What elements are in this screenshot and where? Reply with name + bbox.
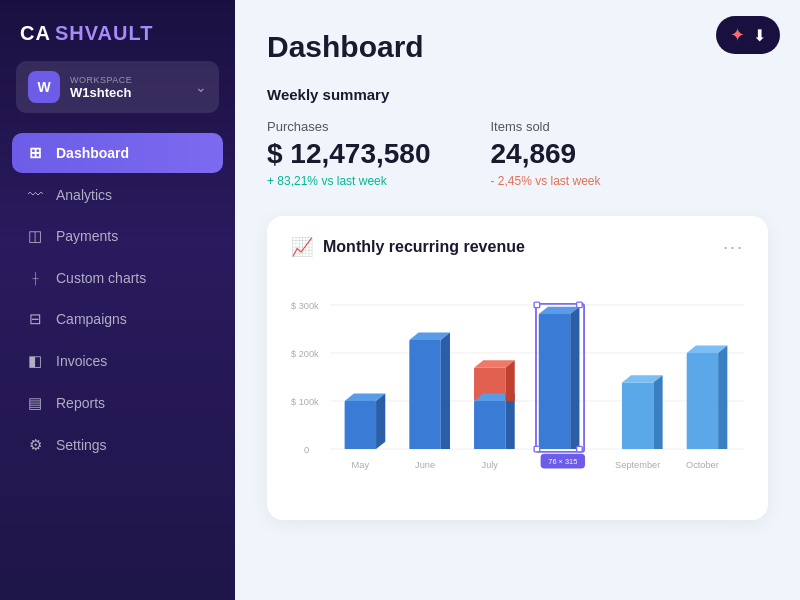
chart-menu-button[interactable]: ··· [723, 237, 744, 258]
svg-rect-6 [474, 401, 505, 449]
svg-marker-2 [376, 394, 385, 449]
chart-card: 📈 Monthly recurring revenue ··· $ 300k $… [267, 216, 768, 520]
sidebar-item-label: Invoices [56, 353, 107, 369]
svg-rect-0 [345, 401, 376, 449]
avatar: W [28, 71, 60, 103]
sidebar-item-settings[interactable]: ⚙ Settings [12, 425, 223, 465]
sidebar-item-campaigns[interactable]: ⊟ Campaigns [12, 299, 223, 339]
chevron-down-icon: ⌄ [195, 79, 207, 95]
y-label-200k: $ 200k [291, 349, 319, 359]
sidebar-item-label: Reports [56, 395, 105, 411]
reports-icon: ▤ [26, 394, 44, 412]
svg-rect-3 [409, 340, 440, 449]
x-label-may: May [352, 460, 370, 470]
sidebar-item-label: Settings [56, 437, 107, 453]
chart-header: 📈 Monthly recurring revenue ··· [291, 236, 744, 258]
workspace-label: WORKSPACE [70, 75, 185, 85]
stats-row: Purchases $ 12,473,580 + 83,21% vs last … [267, 119, 768, 188]
logo-text-ca: CA [20, 22, 51, 45]
sidebar: CASHVAULT W WORKSPACE W1shtech ⌄ ⊞ Dashb… [0, 0, 235, 600]
download-icon: ⬇ [753, 26, 766, 45]
x-label-june: June [415, 460, 435, 470]
dashboard-icon: ⊞ [26, 144, 44, 162]
toolbar-badge[interactable]: ✦ ⬇ [716, 16, 780, 54]
bar-june [409, 333, 450, 449]
svg-rect-21 [622, 383, 653, 450]
sidebar-item-label: Campaigns [56, 311, 127, 327]
chart-line-icon: 📈 [291, 236, 313, 258]
items-sold-value: 24,869 [491, 138, 601, 170]
svg-marker-10 [505, 394, 514, 449]
stat-items-sold: Items sold 24,869 - 2,45% vs last week [491, 119, 601, 188]
sidebar-item-label: Custom charts [56, 270, 146, 286]
sidebar-item-dashboard[interactable]: ⊞ Dashboard [12, 133, 223, 173]
x-label-july: July [482, 460, 499, 470]
custom-charts-icon: ⟊ [26, 269, 44, 286]
sidebar-item-payments[interactable]: ◫ Payments [12, 216, 223, 256]
bar-chart-svg: $ 300k $ 200k $ 100k 0 [291, 274, 744, 504]
svg-marker-5 [441, 333, 450, 449]
items-sold-change: - 2,45% vs last week [491, 174, 601, 188]
main-content: ✦ ⬇ Dashboard Weekly summary Purchases $… [235, 0, 800, 600]
svg-rect-18 [577, 302, 583, 308]
svg-rect-20 [577, 446, 583, 452]
invoices-icon: ◧ [26, 352, 44, 370]
svg-marker-23 [653, 375, 662, 449]
figma-icon: ✦ [730, 24, 745, 46]
chart-title: Monthly recurring revenue [323, 238, 525, 256]
workspace-selector[interactable]: W WORKSPACE W1shtech ⌄ [16, 61, 219, 113]
svg-rect-12 [539, 314, 570, 449]
x-label-september: September [615, 460, 660, 470]
y-label-300k: $ 300k [291, 301, 319, 311]
logo-text-sh: SHVAULT [55, 22, 153, 45]
svg-rect-19 [534, 446, 540, 452]
bar-october [687, 346, 728, 450]
workspace-name: W1shtech [70, 85, 185, 100]
stat-purchases: Purchases $ 12,473,580 + 83,21% vs last … [267, 119, 431, 188]
page-title: Dashboard [267, 30, 768, 64]
svg-marker-14 [570, 307, 579, 449]
svg-marker-26 [718, 346, 727, 450]
settings-icon: ⚙ [26, 436, 44, 454]
chart-title-row: 📈 Monthly recurring revenue [291, 236, 525, 258]
sidebar-item-reports[interactable]: ▤ Reports [12, 383, 223, 423]
chart-area: $ 300k $ 200k $ 100k 0 [291, 274, 744, 504]
app-logo: CASHVAULT [0, 0, 235, 61]
workspace-info: WORKSPACE W1shtech [70, 75, 185, 100]
purchases-label: Purchases [267, 119, 431, 134]
bar-may [345, 394, 386, 449]
weekly-summary-label: Weekly summary [267, 86, 768, 103]
svg-rect-24 [687, 353, 718, 449]
items-sold-label: Items sold [491, 119, 601, 134]
bar-august: 76 × 315 [534, 302, 585, 468]
purchases-value: $ 12,473,580 [267, 138, 431, 170]
svg-rect-17 [534, 302, 540, 308]
x-label-october: October [686, 460, 719, 470]
y-label-0: 0 [304, 445, 309, 455]
bar-september [622, 375, 663, 449]
analytics-icon: 〰 [26, 186, 44, 203]
purchases-change: + 83,21% vs last week [267, 174, 431, 188]
sidebar-item-label: Dashboard [56, 145, 129, 161]
campaigns-icon: ⊟ [26, 310, 44, 328]
sidebar-item-analytics[interactable]: 〰 Analytics [12, 175, 223, 214]
dimension-label: 76 × 315 [548, 457, 577, 466]
y-label-100k: $ 100k [291, 397, 319, 407]
sidebar-item-invoices[interactable]: ◧ Invoices [12, 341, 223, 381]
bar-july [474, 360, 515, 449]
sidebar-item-label: Analytics [56, 187, 112, 203]
sidebar-item-custom-charts[interactable]: ⟊ Custom charts [12, 258, 223, 297]
sidebar-item-label: Payments [56, 228, 118, 244]
payments-icon: ◫ [26, 227, 44, 245]
nav-menu: ⊞ Dashboard 〰 Analytics ◫ Payments ⟊ Cus… [0, 133, 235, 465]
